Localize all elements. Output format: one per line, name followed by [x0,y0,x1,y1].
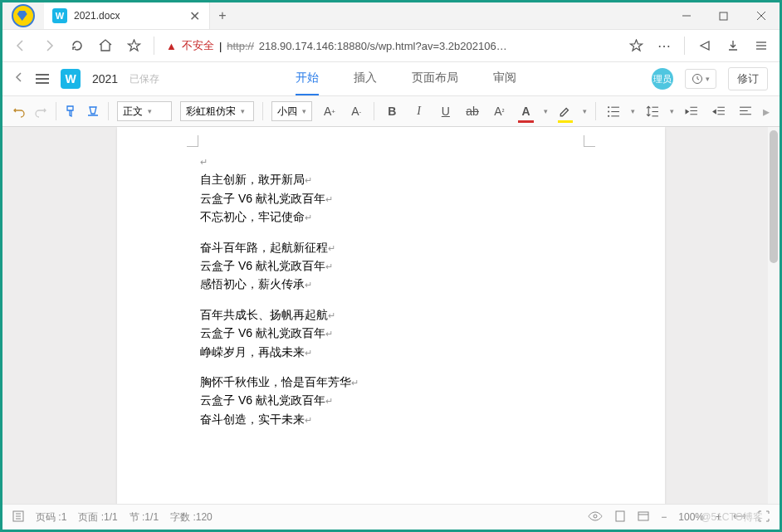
margin-corner-icon [187,135,198,147]
browser-tab[interactable]: W 2021.docx ✕ [44,2,210,29]
font-color-dropdown[interactable]: ▾ [544,107,548,115]
page-view-icon[interactable] [614,510,626,525]
underline-button[interactable]: U [437,101,455,121]
scrollbar-thumb[interactable] [770,130,778,263]
address-bar[interactable]: ▲ 不安全 | http://218.90.174.146:18880/s/wp… [166,38,616,53]
indent-button[interactable] [710,101,728,121]
zoom-level[interactable]: 100% [678,511,704,523]
new-tab-button[interactable]: + [210,2,235,29]
tab-close-icon[interactable]: ✕ [188,9,201,22]
window-close-button[interactable] [742,2,780,29]
strikethrough-button[interactable]: ab [463,101,481,121]
highlight-dropdown[interactable]: ▾ [583,107,587,115]
document-page: ↵自主创新，敢开新局↵云盒子 V6 献礼党政百年↵不忘初心，牢记使命↵奋斗百年路… [117,127,665,504]
outdent-button[interactable] [682,101,701,121]
svg-point-24 [594,515,597,518]
zoom-out-button[interactable]: − [661,511,667,523]
superscript-button[interactable]: A² [490,101,508,121]
page-code-label: 页码 :1 [36,510,66,525]
user-avatar[interactable]: 理员 [652,68,673,90]
margin-corner-icon [584,135,595,147]
font-decrease-button[interactable]: A- [347,101,365,121]
fullscreen-icon[interactable] [758,510,770,525]
doc-header: W 2021 已保存 开始 插入 页面布局 审阅 理员 ▾ 修订 [2,62,780,96]
bullet-list-button[interactable] [604,101,623,121]
download-icon[interactable] [725,37,741,54]
align-button[interactable] [736,101,755,121]
svg-point-8 [608,106,609,108]
visibility-icon[interactable] [588,510,603,525]
security-warning-icon: ▲ [166,40,177,52]
window-minimize-button[interactable] [667,2,705,29]
svg-rect-1 [720,12,727,20]
outline-icon[interactable] [12,510,24,525]
doc-tab-icon: W [52,8,67,23]
format-painter-button[interactable] [65,105,78,118]
tab-start[interactable]: 开始 [296,62,319,95]
svg-rect-26 [638,512,648,520]
font-select[interactable]: 彩虹粗仿宋▾ [180,101,254,121]
bold-button[interactable]: B [383,101,401,121]
nav-reload-button[interactable] [69,37,86,54]
word-count-label: 字数 :120 [170,510,213,525]
page-of-label: 页面 :1/1 [78,510,117,525]
nav-back-button[interactable] [12,37,29,54]
more-icon[interactable]: ⋯ [656,37,672,54]
document-body[interactable]: ↵自主创新，敢开新局↵云盒子 V6 献礼党政百年↵不忘初心，牢记使命↵奋斗百年路… [200,152,582,428]
line-spacing-button[interactable] [643,101,662,121]
document-canvas[interactable]: ↵自主创新，敢开新局↵云盒子 V6 献礼党政百年↵不忘初心，牢记使命↵奋斗百年路… [2,127,780,504]
revise-button[interactable]: 修订 [728,67,768,90]
share-icon[interactable] [696,37,713,54]
nav-home-button[interactable] [97,37,114,54]
line-spacing-dropdown[interactable]: ▾ [670,107,674,115]
url-protocol: http:// [227,40,254,52]
doc-app-icon: W [61,69,81,89]
toolbar-more-icon[interactable]: ▸ [763,104,770,120]
url-display: 218.90.174.146:18880/s/wp.html?av=3.2b20… [259,40,507,52]
italic-button[interactable]: I [410,101,428,121]
svg-point-9 [608,110,609,112]
menu-tabs: 开始 插入 页面布局 审阅 [171,62,640,95]
formatting-toolbar: 正文▾ 彩虹粗仿宋▾ 小四▾ A+ A- B I U ab A² A ▾ ▾ ▾… [2,96,780,127]
save-status: 已保存 [130,72,159,86]
status-bar: 页码 :1 页面 :1/1 节 :1/1 字数 :120 − 100% + [2,504,780,530]
fit-width-icon[interactable] [733,511,746,524]
hamburger-menu-icon[interactable] [36,74,49,84]
web-view-icon[interactable] [638,510,649,525]
bookmark-star-icon[interactable] [628,37,644,54]
clear-format-button[interactable] [86,105,100,118]
svg-point-10 [608,115,609,117]
back-chevron-icon[interactable] [14,71,24,86]
nav-favorite-button[interactable] [125,37,142,54]
browser-navbar: ▲ 不安全 | http://218.90.174.146:18880/s/wp… [2,30,780,62]
security-label: 不安全 [182,38,214,53]
app-icon [2,2,44,29]
font-color-button[interactable]: A [516,101,535,121]
section-label: 节 :1/1 [130,510,159,525]
vertical-scrollbar[interactable] [768,127,780,504]
font-increase-button[interactable]: A+ [320,101,339,121]
zoom-in-button[interactable]: + [716,511,721,523]
redo-button[interactable] [34,105,47,118]
tab-review[interactable]: 审阅 [493,62,516,95]
titlebar: W 2021.docx ✕ + [2,2,780,30]
font-size-select[interactable]: 小四▾ [271,101,312,121]
bullet-list-dropdown[interactable]: ▾ [631,107,635,115]
highlight-button[interactable] [556,101,574,121]
nav-forward-button[interactable] [41,37,57,54]
tab-title: 2021.docx [74,10,181,22]
svg-rect-25 [616,511,624,521]
tab-layout[interactable]: 页面布局 [412,62,458,95]
menu-icon[interactable] [753,37,770,54]
style-select[interactable]: 正文▾ [117,101,172,121]
history-button[interactable]: ▾ [685,69,716,89]
doc-name: 2021 [92,72,118,85]
window-maximize-button[interactable] [705,2,742,29]
tab-insert[interactable]: 插入 [354,62,377,95]
undo-button[interactable] [12,105,26,118]
